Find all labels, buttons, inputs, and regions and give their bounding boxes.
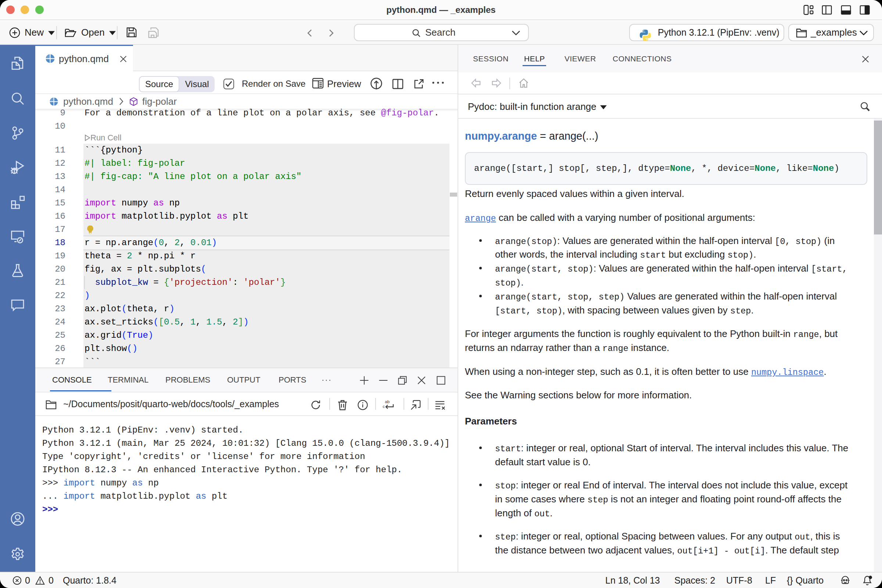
svg-text:c: c: [382, 404, 385, 409]
svg-text:ab: ab: [385, 399, 390, 404]
